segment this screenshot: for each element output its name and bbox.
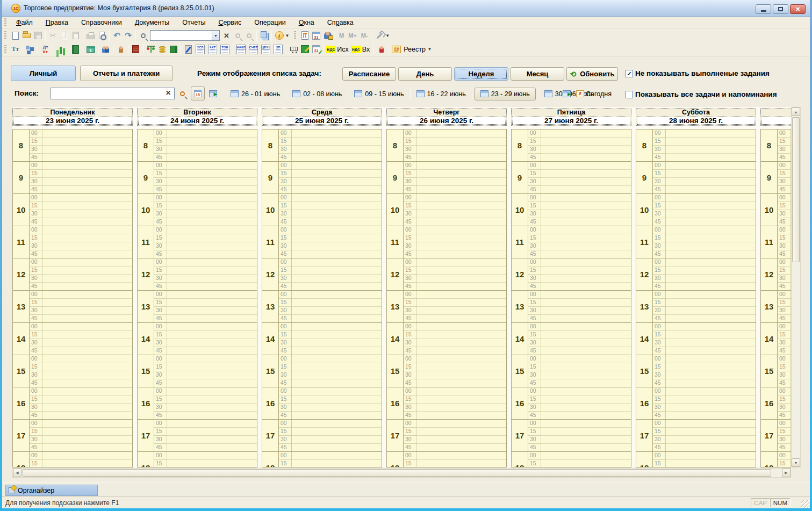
time-slot[interactable] (42, 436, 132, 444)
time-slot[interactable] (541, 258, 631, 267)
time-slot[interactable] (167, 460, 257, 467)
copy-icon[interactable] (59, 30, 70, 41)
time-slot[interactable] (42, 291, 132, 299)
time-slot[interactable] (292, 379, 382, 387)
time-slot[interactable] (167, 444, 257, 452)
clear-search-icon[interactable]: ✕ (221, 30, 232, 41)
hide-done-label[interactable]: Не показывать выполненые задания (635, 69, 770, 77)
time-slot[interactable] (167, 315, 257, 323)
time-slot[interactable] (416, 315, 506, 323)
time-slot[interactable] (292, 460, 382, 467)
tab-reports-payments[interactable]: Отчеты и платежки (80, 66, 173, 81)
time-slot[interactable] (292, 258, 382, 267)
time-slot[interactable] (541, 299, 631, 307)
time-slot[interactable] (167, 387, 257, 395)
time-slot[interactable] (541, 339, 631, 347)
time-slot[interactable] (42, 444, 132, 452)
time-slot[interactable] (42, 395, 132, 404)
chevron-down-icon[interactable]: ▼ (285, 33, 290, 38)
time-slot[interactable] (42, 428, 132, 436)
time-slot[interactable] (416, 275, 506, 283)
time-slot[interactable] (167, 412, 257, 420)
cash-register-icon[interactable]: $ (85, 44, 96, 55)
time-slot[interactable] (167, 178, 257, 186)
time-slot[interactable] (167, 404, 257, 412)
menu-item[interactable]: Справочники (75, 17, 128, 28)
time-slot[interactable] (292, 323, 382, 331)
refresh-button[interactable]: ⟲Обновить (566, 67, 618, 81)
menu-item[interactable]: Документы (128, 17, 176, 28)
time-slot[interactable] (666, 170, 756, 178)
time-slot[interactable] (42, 250, 132, 258)
time-slot[interactable] (541, 355, 631, 363)
day-header[interactable]: Пятница27 июня 2025 г. (511, 108, 631, 126)
time-slot[interactable] (42, 307, 132, 315)
week-button[interactable]: 26 - 01 июнь (227, 89, 284, 99)
time-slot[interactable] (666, 129, 756, 138)
horizontal-scrollbar[interactable]: ◀ ▶ (12, 468, 791, 478)
time-slot[interactable] (666, 154, 756, 162)
time-slot[interactable] (416, 347, 506, 355)
time-slot[interactable] (42, 258, 132, 267)
time-slot[interactable] (541, 267, 631, 275)
time-slot[interactable] (167, 202, 257, 210)
time-slot[interactable] (42, 331, 132, 339)
time-slot[interactable] (292, 178, 382, 186)
time-slot[interactable] (416, 379, 506, 387)
time-slot[interactable] (416, 226, 506, 234)
calendar-icon[interactable]: 31 (311, 30, 322, 41)
time-slot[interactable] (42, 186, 132, 194)
vat-in-icon[interactable]: ндсВх (351, 44, 372, 55)
time-slot[interactable] (292, 283, 382, 291)
time-slot[interactable] (541, 154, 631, 162)
time-slot[interactable] (167, 452, 257, 460)
chart-add-icon[interactable] (55, 44, 66, 55)
time-slot[interactable] (541, 194, 631, 202)
print-icon[interactable] (85, 30, 96, 41)
font-settings-icon[interactable]: Тт (10, 44, 21, 55)
archive-cabinet-icon[interactable] (130, 44, 141, 55)
time-slot[interactable] (167, 379, 257, 387)
day-header[interactable] (760, 108, 791, 126)
time-slot[interactable] (42, 138, 132, 146)
time-slot[interactable] (541, 395, 631, 404)
time-slot[interactable] (167, 323, 257, 331)
time-slot[interactable] (42, 404, 132, 412)
time-slot[interactable] (416, 355, 506, 363)
time-slot[interactable] (42, 347, 132, 355)
time-slot[interactable] (416, 154, 506, 162)
time-slot[interactable] (666, 226, 756, 234)
time-slot[interactable] (666, 339, 756, 347)
time-slot[interactable] (666, 258, 756, 267)
time-slot[interactable] (541, 347, 631, 355)
tools-icon[interactable] (374, 30, 385, 41)
time-slot[interactable] (541, 307, 631, 315)
time-slot[interactable] (416, 331, 506, 339)
time-slot[interactable] (541, 371, 631, 379)
vat-out-icon[interactable]: ндсИсх (326, 44, 351, 55)
time-slot[interactable] (167, 299, 257, 307)
show-all-checkbox[interactable] (626, 91, 633, 98)
time-slot[interactable] (167, 138, 257, 146)
doc-usl-icon[interactable]: УСЛ (194, 44, 206, 55)
time-slot[interactable] (666, 194, 756, 202)
clear-input-icon[interactable]: ✕ (166, 89, 171, 97)
time-slot[interactable] (666, 299, 756, 307)
time-slot[interactable] (666, 283, 756, 291)
time-slot[interactable] (292, 404, 382, 412)
time-slot[interactable] (167, 218, 257, 226)
chevron-down-icon[interactable]: ▼ (427, 47, 432, 52)
menu-item[interactable]: Отчеты (176, 17, 212, 28)
toolbar-grip[interactable] (4, 45, 6, 54)
registry-label[interactable]: Реестр (402, 46, 427, 53)
time-slot[interactable] (167, 186, 257, 194)
time-slot[interactable] (42, 460, 132, 467)
time-slot[interactable] (167, 347, 257, 355)
time-slot[interactable] (666, 275, 756, 283)
memory-plus-button[interactable]: M+ (346, 30, 359, 41)
time-slot[interactable] (167, 331, 257, 339)
time-slot[interactable] (416, 371, 506, 379)
time-slot[interactable] (167, 258, 257, 267)
structure-icon[interactable] (25, 44, 36, 55)
time-slot[interactable] (167, 194, 257, 202)
